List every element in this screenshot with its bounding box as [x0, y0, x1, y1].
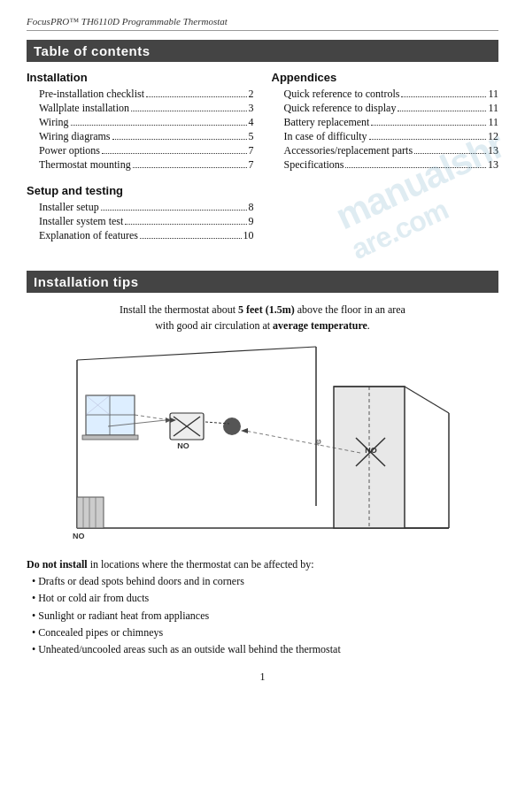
toc-installation: Installation Pre-installation checklist … — [27, 71, 254, 172]
warning-item: Concealed pipes or chimneys — [32, 624, 498, 641]
toc-item: Installer setup 8 — [27, 201, 254, 214]
toc-item: Wiring 4 — [27, 116, 254, 129]
toc-left-col: Installation Pre-installation checklist … — [27, 71, 254, 255]
warning-item: Drafts or dead spots behind doors and in… — [32, 573, 498, 590]
warning-bold-intro: Do not install — [27, 558, 88, 571]
warning-item: Hot or cold air from ducts — [32, 590, 498, 607]
tips-instruction: Install the thermostat about 5 feet (1.5… — [27, 302, 498, 333]
toc-right-col: Appendices Quick reference to controls 1… — [272, 71, 499, 255]
room-diagram-svg: NO NO NO — [59, 342, 467, 546]
toc-item: Accessories/replacement parts 13 — [272, 144, 499, 157]
toc-item: In case of difficulty 12 — [272, 130, 499, 143]
toc-columns: Installation Pre-installation checklist … — [27, 71, 498, 255]
appendices-title: Appendices — [272, 71, 499, 84]
setup-title: Setup and testing — [27, 184, 254, 197]
svg-line-33 — [135, 415, 170, 420]
warning-item: Unheated/uncooled areas such as an outsi… — [32, 641, 498, 658]
toc-item: Wallplate installation 3 — [27, 102, 254, 115]
toc-power-options-item: Power options 7 — [27, 144, 254, 157]
toc-item: Installer system test 9 — [27, 215, 254, 228]
svg-line-7 — [405, 387, 449, 413]
warning-intro-line: Do not install in locations where the th… — [27, 556, 498, 573]
installation-title: Installation — [27, 71, 254, 84]
svg-text:NO: NO — [73, 532, 85, 540]
tips-bold-avg-temp: average temperature — [273, 319, 367, 332]
svg-line-2 — [77, 347, 316, 360]
toc-item: Pre-installation checklist 2 — [27, 88, 254, 101]
doc-header: FocusPRO™ TH6110D Programmable Thermosta… — [27, 16, 498, 31]
svg-rect-15 — [82, 435, 138, 440]
toc-appendices: Appendices Quick reference to controls 1… — [272, 71, 499, 172]
warning-section: Do not install in locations where the th… — [27, 556, 498, 658]
toc-item: Quick reference to display 11 — [272, 102, 499, 115]
svg-text:NO: NO — [177, 441, 189, 450]
toc-item: Quick reference to controls 11 — [272, 88, 499, 101]
toc-item: Wiring diagrams 5 — [27, 130, 254, 143]
warning-item: Sunlight or radiant heat from appliances — [32, 608, 498, 624]
svg-point-20 — [223, 417, 241, 435]
installation-diagram: NO NO NO — [27, 342, 498, 546]
warning-rest: in locations where the thermostat can be… — [90, 558, 314, 571]
tips-bold-feet: 5 feet (1.5m) — [238, 303, 295, 316]
toc-setup: Setup and testing Installer setup 8 Inst… — [27, 184, 254, 242]
toc-item: Explanation of features 10 — [27, 229, 254, 242]
toc-item: Thermostat mounting 7 — [27, 158, 254, 172]
svg-rect-25 — [77, 497, 104, 528]
warning-list: Drafts or dead spots behind doors and in… — [27, 573, 498, 658]
svg-marker-36 — [241, 428, 248, 433]
doc-title: FocusPRO™ TH6110D Programmable Thermosta… — [27, 16, 228, 27]
page-number: 1 — [27, 670, 498, 684]
toc-item: Battery replacement 11 — [272, 116, 499, 129]
tips-heading: Installation tips — [27, 271, 498, 293]
toc-heading: Table of contents — [27, 40, 498, 62]
installation-tips-section: Installation tips Install the thermostat… — [27, 271, 498, 658]
toc-item: Specifications 13 — [272, 158, 499, 172]
